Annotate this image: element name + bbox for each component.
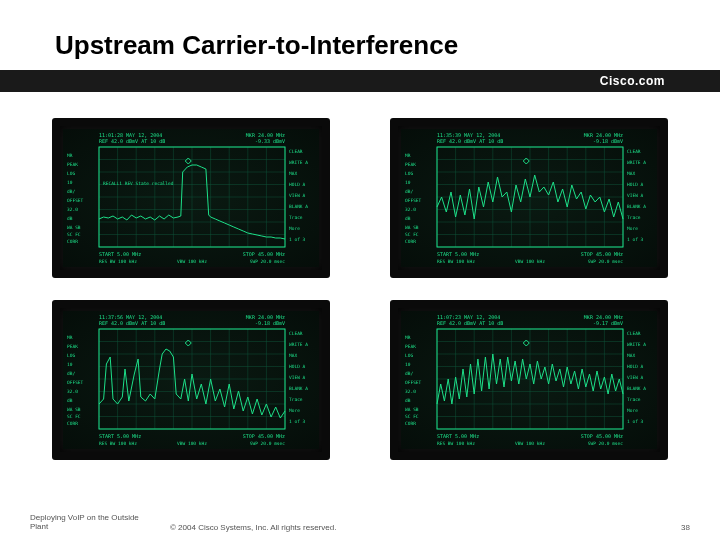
svg-text:WRITE A: WRITE A xyxy=(289,342,308,347)
svg-text:10: 10 xyxy=(405,362,411,367)
svg-text:START 5.00 MHz: START 5.00 MHz xyxy=(437,251,479,257)
svg-text:WA SB: WA SB xyxy=(405,225,419,230)
spectrum-analyzer-1: 11:01:28 MAY 12, 2004MKR 24.00 MHzREF 42… xyxy=(52,118,330,278)
svg-text:dB: dB xyxy=(67,398,73,403)
svg-text:dB/: dB/ xyxy=(405,189,413,194)
svg-text:dB/: dB/ xyxy=(67,189,75,194)
svg-text:10: 10 xyxy=(405,180,411,185)
svg-text:MAX: MAX xyxy=(627,353,635,358)
svg-text:1 of 3: 1 of 3 xyxy=(289,419,306,424)
svg-text:SC FC: SC FC xyxy=(67,414,81,419)
svg-text:Trace: Trace xyxy=(627,397,641,402)
svg-text:VBW 100 kHz: VBW 100 kHz xyxy=(515,259,545,264)
svg-text:WA SB: WA SB xyxy=(67,225,81,230)
svg-text:-9.18 dBmV: -9.18 dBmV xyxy=(255,320,285,326)
svg-text:WRITE A: WRITE A xyxy=(289,160,308,165)
header-bar: Cisco.com xyxy=(0,70,720,92)
svg-text:RECALL1 REV State recalled: RECALL1 REV State recalled xyxy=(103,181,174,186)
svg-text:MR: MR xyxy=(405,335,411,340)
svg-text:STOP 45.00 MHz: STOP 45.00 MHz xyxy=(243,251,285,257)
svg-text:VBW 100 kHz: VBW 100 kHz xyxy=(177,441,207,446)
svg-text:1 of 3: 1 of 3 xyxy=(289,237,306,242)
svg-text:CLEAR: CLEAR xyxy=(627,331,641,336)
svg-text:VBW 100 kHz: VBW 100 kHz xyxy=(515,441,545,446)
svg-text:REF 42.0 dBmV   AT 10 dB: REF 42.0 dBmV AT 10 dB xyxy=(437,138,503,144)
svg-text:START 5.00 MHz: START 5.00 MHz xyxy=(99,433,141,439)
svg-text:RES BW 100 kHz: RES BW 100 kHz xyxy=(437,441,475,446)
svg-text:PEAK: PEAK xyxy=(405,162,416,167)
svg-text:HOLD A: HOLD A xyxy=(289,182,306,187)
svg-text:BLANK A: BLANK A xyxy=(289,204,308,209)
svg-text:START 5.00 MHz: START 5.00 MHz xyxy=(99,251,141,257)
svg-text:REF 42.0 dBmV   AT 10 dB: REF 42.0 dBmV AT 10 dB xyxy=(99,320,165,326)
svg-text:RES BW 100 kHz: RES BW 100 kHz xyxy=(437,259,475,264)
svg-text:dB: dB xyxy=(67,216,73,221)
svg-text:VIEW A: VIEW A xyxy=(289,193,306,198)
analyzer-screen: 11:07:23 MAY 12, 2004MKR 24.00 MHzREF 42… xyxy=(401,311,657,449)
svg-text:VIEW A: VIEW A xyxy=(289,375,306,380)
svg-text:-9.17 dBmV: -9.17 dBmV xyxy=(593,320,623,326)
svg-text:CORR: CORR xyxy=(67,239,78,244)
svg-text:Trace: Trace xyxy=(289,397,303,402)
svg-text:WA SB: WA SB xyxy=(67,407,81,412)
svg-text:VIEW A: VIEW A xyxy=(627,375,644,380)
svg-text:HOLD A: HOLD A xyxy=(289,364,306,369)
svg-text:More: More xyxy=(627,408,638,413)
svg-text:dB: dB xyxy=(405,216,411,221)
svg-text:SC FC: SC FC xyxy=(405,232,419,237)
svg-text:OFFSET: OFFSET xyxy=(67,380,84,385)
spectrum-analyzer-2: 11:35:39 MAY 12, 2004MKR 24.00 MHzREF 42… xyxy=(390,118,668,278)
svg-text:-9.33 dBmV: -9.33 dBmV xyxy=(255,138,285,144)
svg-text:CLEAR: CLEAR xyxy=(627,149,641,154)
svg-text:LOG: LOG xyxy=(67,171,75,176)
svg-text:MAX: MAX xyxy=(627,171,635,176)
analyzer-screen: 11:37:56 MAY 12, 2004MKR 24.00 MHzREF 42… xyxy=(63,311,319,449)
spectrum-analyzer-4: 11:07:23 MAY 12, 2004MKR 24.00 MHzREF 42… xyxy=(390,300,668,460)
svg-text:32.0: 32.0 xyxy=(67,389,78,394)
svg-text:LOG: LOG xyxy=(405,171,413,176)
svg-text:More: More xyxy=(627,226,638,231)
svg-text:32.0: 32.0 xyxy=(405,207,416,212)
svg-text:VIEW A: VIEW A xyxy=(627,193,644,198)
svg-text:VBW 100 kHz: VBW 100 kHz xyxy=(177,259,207,264)
svg-text:MR: MR xyxy=(67,153,73,158)
analyzer-screen: 11:01:28 MAY 12, 2004MKR 24.00 MHzREF 42… xyxy=(63,129,319,267)
analyzer-screen: 11:35:39 MAY 12, 2004MKR 24.00 MHzREF 42… xyxy=(401,129,657,267)
svg-text:WRITE A: WRITE A xyxy=(627,160,646,165)
svg-text:dB/: dB/ xyxy=(67,371,75,376)
svg-text:WA SB: WA SB xyxy=(405,407,419,412)
svg-text:SWP 20.0 msec: SWP 20.0 msec xyxy=(250,441,286,446)
svg-text:SWP 20.0 msec: SWP 20.0 msec xyxy=(250,259,286,264)
svg-text:CLEAR: CLEAR xyxy=(289,149,303,154)
svg-text:PEAK: PEAK xyxy=(405,344,416,349)
svg-text:dB: dB xyxy=(405,398,411,403)
svg-text:10: 10 xyxy=(67,180,73,185)
svg-text:STOP 45.00 MHz: STOP 45.00 MHz xyxy=(243,433,285,439)
svg-text:HOLD A: HOLD A xyxy=(627,364,644,369)
svg-text:SC FC: SC FC xyxy=(67,232,81,237)
footer-left: Deploying VoIP on the Outside Plant xyxy=(30,513,150,532)
svg-text:10: 10 xyxy=(67,362,73,367)
svg-text:SC FC: SC FC xyxy=(405,414,419,419)
analyzer-grid: 11:01:28 MAY 12, 2004MKR 24.00 MHzREF 42… xyxy=(0,118,720,460)
svg-text:BLANK A: BLANK A xyxy=(627,204,646,209)
svg-text:MR: MR xyxy=(67,335,73,340)
svg-text:dB/: dB/ xyxy=(405,371,413,376)
svg-text:Trace: Trace xyxy=(289,215,303,220)
svg-text:OFFSET: OFFSET xyxy=(405,198,422,203)
footer-page-number: 38 xyxy=(681,523,690,532)
svg-text:CORR: CORR xyxy=(405,421,416,426)
svg-text:BLANK A: BLANK A xyxy=(289,386,308,391)
svg-text:CLEAR: CLEAR xyxy=(289,331,303,336)
cisco-logo: Cisco.com xyxy=(600,74,665,88)
svg-text:MR: MR xyxy=(405,153,411,158)
svg-text:BLANK A: BLANK A xyxy=(627,386,646,391)
svg-text:More: More xyxy=(289,226,300,231)
svg-text:CORR: CORR xyxy=(405,239,416,244)
slide-footer: Deploying VoIP on the Outside Plant © 20… xyxy=(30,513,690,532)
svg-text:SWP 20.0 msec: SWP 20.0 msec xyxy=(588,259,624,264)
svg-text:OFFSET: OFFSET xyxy=(405,380,422,385)
svg-text:CORR: CORR xyxy=(67,421,78,426)
svg-text:STOP 45.00 MHz: STOP 45.00 MHz xyxy=(581,251,623,257)
svg-text:MAX: MAX xyxy=(289,171,297,176)
